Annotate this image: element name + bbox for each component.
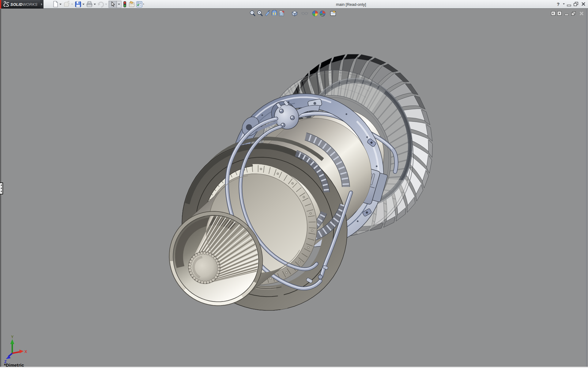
svg-text:Y: Y (11, 335, 14, 339)
svg-text:?: ? (557, 2, 560, 7)
svg-text:SOLIDWORKS: SOLIDWORKS (10, 2, 38, 7)
svg-text:X: X (24, 350, 27, 354)
